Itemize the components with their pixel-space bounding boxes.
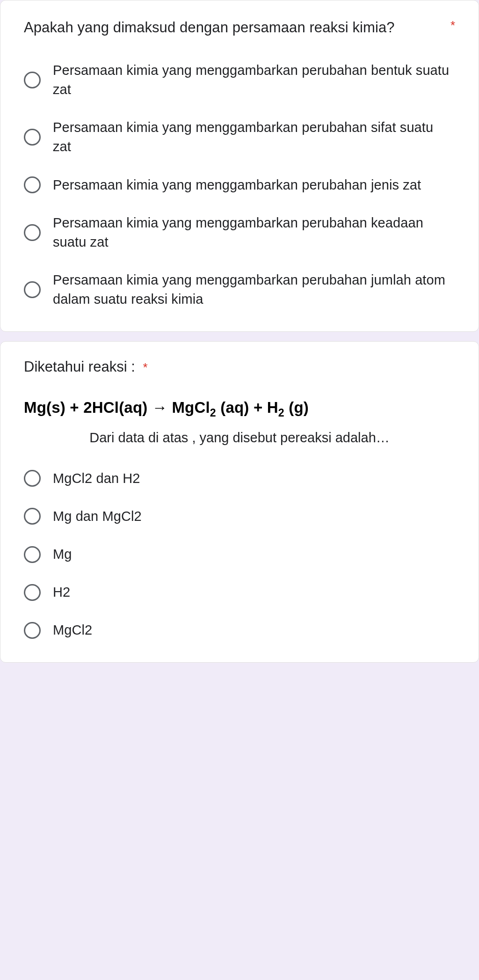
required-asterisk: * [450,17,455,31]
option-label: H2 [53,583,70,602]
option-row[interactable]: Mg [24,545,455,564]
radio-icon[interactable] [24,72,41,88]
option-label: Persamaan kimia yang menggambarkan perub… [53,271,455,309]
option-row[interactable]: MgCl2 [24,621,455,640]
option-label: Persamaan kimia yang menggambarkan perub… [53,61,455,99]
radio-icon[interactable] [24,224,41,241]
radio-icon[interactable] [24,546,41,563]
radio-icon[interactable] [24,129,41,146]
question-subtext: Dari data di atas , yang disebut pereaks… [24,428,455,448]
radio-icon[interactable] [24,508,41,525]
option-label: Persamaan kimia yang menggambarkan perub… [53,118,455,156]
options-group-1: Persamaan kimia yang menggambarkan perub… [24,61,455,309]
option-row[interactable]: Persamaan kimia yang menggambarkan perub… [24,176,455,195]
chemical-equation: Mg(s) + 2HCl(aq) → MgCl2 (aq) + H2 (g) [24,399,455,419]
radio-icon[interactable] [24,176,41,193]
option-row[interactable]: Persamaan kimia yang menggambarkan perub… [24,118,455,156]
option-label: MgCl2 [53,621,92,640]
question-title: Diketahui reaksi : * [24,358,455,375]
question-title-text: Diketahui reaksi : [24,358,135,375]
options-group-2: MgCl2 dan H2 Mg dan MgCl2 Mg H2 MgCl2 [24,469,455,640]
radio-icon[interactable] [24,584,41,601]
option-row[interactable]: MgCl2 dan H2 [24,469,455,488]
option-row[interactable]: Persamaan kimia yang menggambarkan perub… [24,61,455,99]
radio-icon[interactable] [24,281,41,298]
required-asterisk: * [143,361,147,373]
question-header: Apakah yang dimaksud dengan persamaan re… [24,17,455,38]
option-row[interactable]: H2 [24,583,455,602]
option-label: MgCl2 dan H2 [53,469,140,488]
option-row[interactable]: Mg dan MgCl2 [24,507,455,526]
option-row[interactable]: Persamaan kimia yang menggambarkan perub… [24,271,455,309]
question-card-2: Diketahui reaksi : * Mg(s) + 2HCl(aq) → … [0,341,479,663]
option-label: Persamaan kimia yang menggambarkan perub… [53,176,421,195]
question-card-1: Apakah yang dimaksud dengan persamaan re… [0,0,479,332]
option-label: Mg dan MgCl2 [53,507,142,526]
radio-icon[interactable] [24,470,41,487]
radio-icon[interactable] [24,622,41,639]
question-title: Apakah yang dimaksud dengan persamaan re… [24,17,445,38]
option-label: Persamaan kimia yang menggambarkan perub… [53,213,455,252]
option-row[interactable]: Persamaan kimia yang menggambarkan perub… [24,213,455,252]
option-label: Mg [53,545,72,564]
